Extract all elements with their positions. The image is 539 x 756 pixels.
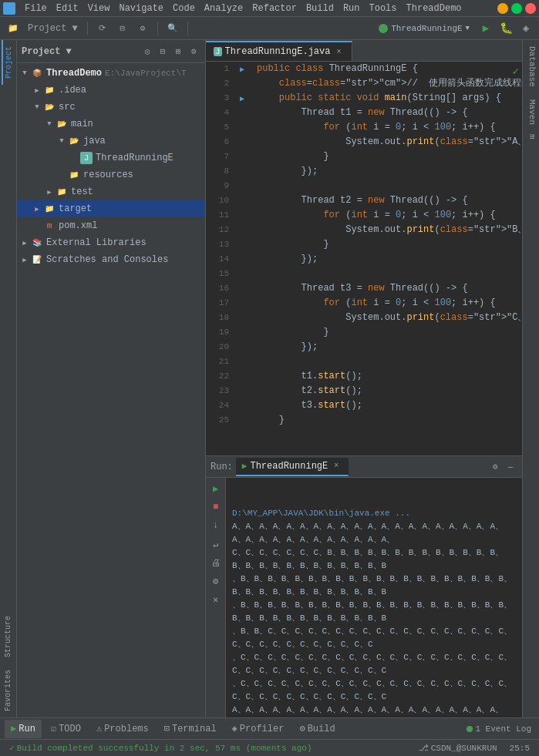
menu-code[interactable]: Code <box>168 0 200 16</box>
panel-title: Project ▼ <box>22 46 72 57</box>
menu-app-name[interactable]: ThreadDemo <box>402 0 467 16</box>
folder-icon-target: 📁 <box>43 203 56 215</box>
folder-icon-main: 📂 <box>56 118 68 130</box>
run-settings-icon[interactable]: ⚙ <box>488 460 502 474</box>
run-button[interactable]: ▶ <box>477 20 494 37</box>
bottom-tab-todo[interactable]: ☑ TODO <box>45 720 87 738</box>
menu-tools[interactable]: Tools <box>365 0 402 16</box>
line-number-20: 20 <box>211 340 229 354</box>
bottom-tab-profiler[interactable]: ◈ Profiler <box>226 720 291 738</box>
print-button[interactable]: 🖨 <box>208 555 224 570</box>
editor-tab-threadrunninge[interactable]: J ThreadRunningE.java × <box>206 41 352 61</box>
bottom-panel: Run: ▶ ThreadRunningE × ⚙ — ▶ ■ <box>206 455 522 717</box>
tree-item-java[interactable]: 📂 java <box>17 133 205 150</box>
event-log-dot <box>467 726 473 732</box>
soft-wrap-button[interactable]: ↵ <box>208 536 224 552</box>
code-line-15 <box>257 267 516 281</box>
menu-file[interactable]: File <box>20 0 52 16</box>
minimize-button[interactable] <box>497 3 508 14</box>
tree-item-target[interactable]: 📁 target <box>17 200 205 217</box>
app-icon <box>3 2 15 15</box>
toolbar-sync-icon[interactable]: ⟳ <box>94 20 111 37</box>
git-status[interactable]: ⎇ CSDN_@SUNKRUN <box>416 741 500 755</box>
scroll-down-button[interactable]: ↓ <box>208 518 224 533</box>
maximize-button[interactable] <box>511 3 522 14</box>
toolbar-run-config-selector[interactable]: ThreadRunningE ▼ <box>374 20 474 37</box>
run-minimize-icon[interactable]: — <box>504 460 517 474</box>
settings-run-button[interactable]: ⚙ <box>208 573 224 589</box>
panel-settings-icon[interactable]: ⚙ <box>187 45 200 59</box>
bottom-tab-problems[interactable]: ⚠ Problems <box>90 720 155 738</box>
profile-button[interactable]: ◈ <box>517 20 534 37</box>
menu-edit[interactable]: Edit <box>52 0 83 16</box>
toolbar-folder-icon: 📁 <box>5 20 22 37</box>
gutter-cell-23 <box>234 384 251 398</box>
sidebar-tab-database[interactable]: Database <box>523 40 539 93</box>
run-tab[interactable]: ▶ ThreadRunningE × <box>236 458 349 476</box>
menu-build[interactable]: Build <box>302 0 339 16</box>
project-selector[interactable]: Project ▼ <box>25 23 81 34</box>
build-success-status[interactable]: ✓ Build completed successfully in 2 sec,… <box>6 741 315 755</box>
menu-analyze[interactable]: Analyze <box>200 0 248 16</box>
toolbar-divider-1 <box>87 22 88 35</box>
root-label: ThreadDemo <box>46 68 102 79</box>
menu-view[interactable]: View <box>83 0 115 16</box>
sidebar-tab-favorites[interactable]: Favorites <box>2 664 14 717</box>
tree-item-main[interactable]: 📂 main <box>17 116 205 133</box>
toolbar-search-icon[interactable]: 🔍 <box>164 20 181 37</box>
debug-button[interactable]: 🐛 <box>497 20 514 37</box>
bottom-tab-run[interactable]: ▶ Run <box>5 720 42 738</box>
tree-item-scratch[interactable]: 📝 Scratches and Consoles <box>17 251 205 268</box>
java-icon-threadrunninge: J <box>80 152 93 164</box>
right-sidebar: Database Maven m <box>522 40 539 717</box>
tree-item-ext-lib[interactable]: 📚 External Libraries <box>17 234 205 251</box>
sidebar-tab-structure[interactable]: Structure <box>2 610 14 664</box>
menu-run[interactable]: Run <box>339 0 365 16</box>
gutter-cell-2 <box>234 76 251 91</box>
sidebar-tab-project[interactable]: Project <box>2 40 15 85</box>
event-log-button[interactable]: 1 Event Log <box>463 722 534 736</box>
tree-item-test[interactable]: 📁 test <box>17 183 205 200</box>
code-line-9 <box>257 179 516 193</box>
panel-expand-icon[interactable]: ⊞ <box>171 45 185 59</box>
bottom-tab-terminal[interactable]: ⊡ Terminal <box>158 720 223 738</box>
run-tab-close[interactable]: × <box>331 461 342 472</box>
tree-item-src[interactable]: 📂 src <box>17 99 205 116</box>
tree-item-threadrunninge[interactable]: J ThreadRunningE <box>17 150 205 166</box>
code-area[interactable]: public class ThreadRunningE { class=clas… <box>251 62 522 455</box>
arrow-target <box>32 204 42 213</box>
close-run-button[interactable]: ✕ <box>208 592 224 607</box>
tree-item-root[interactable]: 📦 ThreadDemo E:\JavaProject\T <box>17 65 205 82</box>
bottom-tab-build[interactable]: ⚙ Build <box>293 720 341 738</box>
arrow-scratch <box>20 255 29 264</box>
menu-refactor[interactable]: Refactor <box>248 0 302 16</box>
run-content: ▶ ■ ↓ ↵ 🖨 ⚙ ✕ D:\MY_APP\JAVA\JDK\bin\jav… <box>206 478 522 717</box>
target-label: target <box>59 203 92 214</box>
rerun-button[interactable]: ▶ <box>208 481 224 496</box>
gutter-cell-18 <box>234 311 251 325</box>
gutter-area: ▶▶ <box>234 62 251 455</box>
gutter-cell-10 <box>234 193 251 208</box>
tab-close-button[interactable]: × <box>333 46 344 57</box>
toolbar-collapse-icon[interactable]: ⊟ <box>114 20 131 37</box>
editor-tab-bar: J ThreadRunningE.java × <box>206 40 522 62</box>
run-output-text: A、A、A、A、A、A、A、A、A、A、A、A、A、A、A、A、A、A、A、A、… <box>232 520 516 717</box>
stop-button[interactable]: ■ <box>208 499 224 515</box>
line-col-status[interactable]: 25:5 <box>507 741 533 755</box>
sidebar-tab-maven[interactable]: Maven <box>523 93 539 131</box>
line-number-11: 11 <box>211 208 229 223</box>
close-button[interactable] <box>525 3 536 14</box>
tree-item-resources[interactable]: 📁 resources <box>17 166 205 183</box>
build-success-icon: ✓ <box>9 743 15 753</box>
code-line-21 <box>257 354 516 369</box>
menu-navigate[interactable]: Navigate <box>114 0 168 16</box>
gutter-cell-14 <box>234 252 251 267</box>
panel-collapse-icon[interactable]: ⊟ <box>156 45 170 59</box>
toolbar-gear-icon[interactable]: ⚙ <box>134 20 151 37</box>
tree-item-idea[interactable]: 📁 .idea <box>17 82 205 99</box>
folder-icon-test: 📁 <box>56 186 68 198</box>
tree-item-pom[interactable]: m pom.xml <box>17 217 205 234</box>
sidebar-tab-m[interactable]: m <box>523 131 539 143</box>
scratch-label: Scratches and Consoles <box>46 254 168 265</box>
panel-locate-icon[interactable]: ◎ <box>140 45 154 59</box>
